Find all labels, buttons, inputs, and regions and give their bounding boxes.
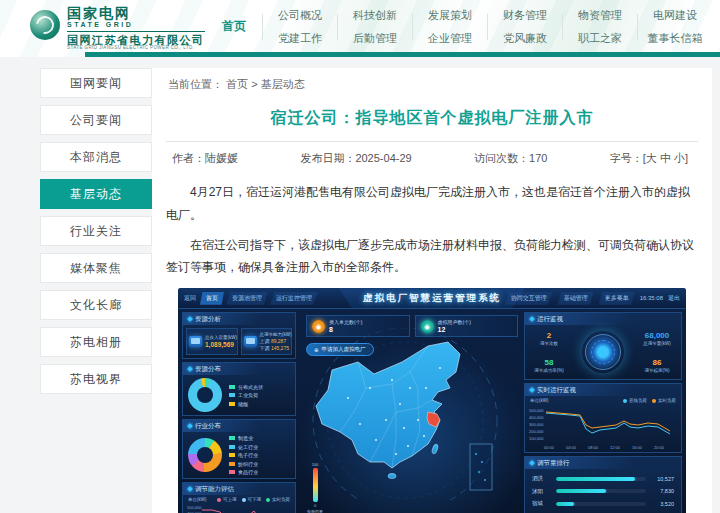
- legend-label: 化工行业: [238, 444, 258, 450]
- panel-bullet-icon: [529, 460, 535, 466]
- legend-swatch: [229, 453, 235, 457]
- fontsize-label: 字号：: [610, 152, 643, 164]
- nav-item-party-conduct[interactable]: 党风廉政: [503, 31, 547, 46]
- axis-unit-label: 单位(kW): [530, 398, 549, 403]
- fontsize-controls[interactable]: [大 中 小]: [643, 152, 688, 164]
- stat-label: 调节精度(%): [640, 368, 674, 373]
- gradient-bar: [313, 468, 318, 502]
- nav-item-party-building[interactable]: 党建工作: [278, 31, 322, 46]
- dashboard-clock: 16:35:08: [640, 295, 663, 301]
- sidebar: 国网要闻 公司要闻 本部消息 基层动态 行业关注 媒体聚焦 文化长廊 苏电相册 …: [40, 68, 152, 401]
- legend-label: 分布式光伏: [238, 384, 263, 390]
- nav-item-home[interactable]: 首页: [206, 18, 262, 35]
- sidebar-item-media-focus[interactable]: 媒体聚焦: [40, 253, 152, 283]
- panel-title: 调节能力评估: [195, 485, 234, 494]
- nav-item-tech-innovation[interactable]: 科技创新: [353, 8, 397, 23]
- resource-donut-chart: [188, 378, 222, 412]
- legend-swatch: [229, 402, 235, 406]
- sidebar-item-sudian-album[interactable]: 苏电相册: [40, 327, 152, 357]
- gradient-min-label: 0: [314, 503, 316, 508]
- legend-swatch: [217, 498, 221, 502]
- svg-text:20:00: 20:00: [654, 445, 665, 450]
- article-meta: 作者：陆媛媛 发布日期：2025-04-29 访问次数：170 字号：[大 中 …: [166, 141, 698, 174]
- nav-item-staff-home[interactable]: 职工之家: [578, 31, 622, 46]
- south-china-sea-inset: [470, 444, 492, 490]
- panel-title: 资源分析: [195, 315, 221, 324]
- legend-label: 可上调: [223, 497, 237, 502]
- svg-text:200,000: 200,000: [529, 429, 544, 434]
- nav-item-logistics[interactable]: 后勤管理: [353, 31, 397, 46]
- rank-bar: [556, 489, 606, 493]
- dashboard-tab-run-monitor: 运行监控管理: [270, 292, 318, 305]
- stat-card-adjust-ability: 总调节能力(kW) 上调 89,287 下调 145,275: [241, 328, 293, 355]
- stat-value: 68,000: [640, 331, 674, 340]
- sidebar-item-guowang-news[interactable]: 国网要闻: [40, 68, 152, 98]
- breadcrumb-label: 当前位置：: [168, 78, 223, 90]
- panel-industry-distribution: 行业分布 制造业 化工行业 电子行业 纺织行业 食品行业: [182, 419, 296, 479]
- users-icon: ◉: [421, 320, 434, 333]
- svg-text:00:00: 00:00: [544, 445, 555, 450]
- site-logo[interactable]: 国家电网 STATE GRID 国网江苏省电力有限公司 STATE GRID J…: [30, 6, 205, 51]
- dashboard-topbar: 返回 首页 资源池管理 运行监控管理 虚拟电厂智慧运营管理系统 协同交互管理 基…: [178, 288, 686, 309]
- up-value: 89,287: [271, 338, 286, 344]
- logo-company-name-en: STATE GRID JIANGSU ELECTRIC POWER CO., L…: [67, 46, 205, 51]
- industry-donut-chart: [188, 438, 222, 472]
- run-stat: 86 调节精度(%): [640, 358, 674, 373]
- sidebar-item-hq-news[interactable]: 本部消息: [40, 142, 152, 172]
- logo-title-en: STATE GRID: [67, 21, 205, 29]
- rank-value: 10,527: [650, 476, 674, 482]
- state-grid-logo-icon: [30, 10, 60, 40]
- dashboard-title: 虚拟电厂智慧运营管理系统: [339, 288, 525, 308]
- stat-label: 调节次数: [532, 341, 566, 346]
- sidebar-item-industry-focus[interactable]: 行业关注: [40, 216, 152, 246]
- sidebar-item-company-news[interactable]: 公司要闻: [40, 105, 152, 135]
- svg-text:100,000: 100,000: [529, 436, 544, 441]
- panel-bullet-icon: [529, 387, 535, 393]
- gradient-title: 负荷容量: [307, 509, 323, 513]
- sidebar-item-culture-gallery[interactable]: 文化长廊: [40, 290, 152, 320]
- legend-label: 储能: [238, 401, 248, 407]
- join-vpp-label: 申请加入虚拟电厂: [322, 346, 366, 353]
- realtime-line-chart: 500,000 400,000 300,000 200,000 100,000 …: [528, 403, 678, 450]
- dashboard-exit-button: 退出: [668, 294, 680, 303]
- nav-item-enterprise-management[interactable]: 企业管理: [428, 31, 472, 46]
- svg-text:400,000: 400,000: [529, 415, 544, 420]
- legend-label: 工业负荷: [238, 392, 258, 398]
- nav-item-finance[interactable]: 财务管理: [503, 8, 547, 23]
- legend-label: 可下调: [248, 497, 262, 502]
- svg-text:04:00: 04:00: [566, 445, 577, 450]
- dashboard-map-area: ◉ 接入单元数(个) 8 ◉ 虚拟用户数(个) 12: [300, 312, 520, 513]
- stat-label: 总调节量(kW): [640, 341, 674, 346]
- monitor-icon: [189, 336, 202, 347]
- breadcrumb-home-link[interactable]: 首页: [226, 78, 248, 90]
- legend-label: 实时负荷: [658, 398, 676, 403]
- legend-swatch: [229, 462, 235, 466]
- article-image-dashboard: 返回 首页 资源池管理 运行监控管理 虚拟电厂智慧运营管理系统 协同交互管理 基…: [178, 288, 686, 513]
- legend-label: 实时负荷: [272, 497, 290, 502]
- nav-item-grid-construction[interactable]: 电网建设: [653, 8, 697, 23]
- nav-item-company-overview[interactable]: 公司概况: [278, 8, 322, 23]
- svg-text:12:00: 12:00: [610, 445, 621, 450]
- panel-realtime-monitor: 实时运行监视 单位(kW) 基线负荷 实时负荷 500,000 400,000 …: [524, 383, 682, 453]
- legend-swatch: [229, 445, 235, 449]
- sidebar-item-sudian-vision[interactable]: 苏电视界: [40, 364, 152, 394]
- nav-item-chairman-mailbox[interactable]: 董事长信箱: [648, 31, 703, 46]
- legend-label: 食品行业: [238, 469, 258, 475]
- panel-bullet-icon: [529, 316, 535, 322]
- adjust-capacity-line-chart: 500,000 400,000 300,000 200,000 100,000 …: [186, 502, 294, 513]
- logo-company-name: 国网江苏省电力有限公司: [67, 31, 205, 46]
- article-content: 当前位置： 首页 > 基层动态 宿迁公司：指导地区首个虚拟电厂注册入市 作者：陆…: [152, 68, 712, 513]
- nav-item-development-planning[interactable]: 发展策划: [428, 8, 472, 23]
- sidebar-item-grassroots-news[interactable]: 基层动态: [40, 179, 152, 209]
- breadcrumb-current-link[interactable]: 基层动态: [261, 78, 305, 90]
- main-nav: 首页 公司概况 党建工作 科技创新 后勤管理 发展策划 企业管理 财务管理 党风…: [206, 6, 712, 47]
- stat-card-users: ◉ 虚拟用户数(个) 12: [415, 315, 519, 337]
- rank-label: 宿城: [532, 500, 552, 507]
- units-icon: ◉: [312, 320, 325, 333]
- stat-label: 总接入容量(kW): [205, 335, 235, 340]
- breadcrumb-separator: >: [251, 78, 257, 90]
- nav-item-materials[interactable]: 物资管理: [578, 8, 622, 23]
- rank-row: 宿城 3,520: [532, 500, 674, 507]
- dashboard-tab-more: 更多菜单: [599, 292, 635, 305]
- author-label: 作者：: [172, 152, 205, 164]
